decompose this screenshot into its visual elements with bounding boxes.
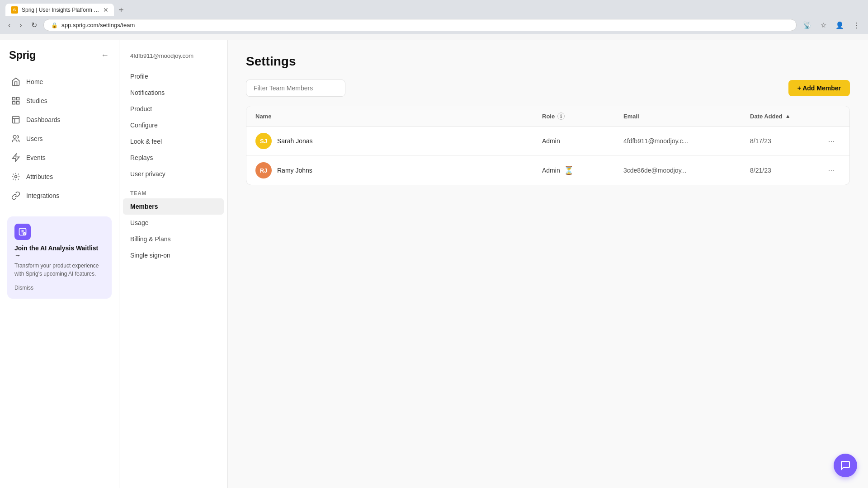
actions-cell-sarah: ··· bbox=[822, 135, 840, 148]
column-email-label: Email bbox=[623, 113, 639, 120]
settings-item-replays[interactable]: Replays bbox=[119, 150, 227, 166]
ai-card-description: Transform your product experience with S… bbox=[14, 262, 104, 278]
sidebar-item-events[interactable]: Events bbox=[5, 148, 113, 167]
settings-item-usage[interactable]: Usage bbox=[119, 215, 227, 231]
forward-button[interactable]: › bbox=[17, 19, 24, 31]
table-row: SJ Sarah Jonas Admin 4fdfb911@moodjoy.c.… bbox=[246, 127, 849, 156]
column-name-label: Name bbox=[255, 113, 271, 120]
table-row: RJ Ramy Johns Admin ⏳ 3cde86de@moodjoy..… bbox=[246, 156, 849, 185]
settings-item-user-privacy[interactable]: User privacy bbox=[119, 166, 227, 182]
settings-item-billing[interactable]: Billing & Plans bbox=[119, 231, 227, 247]
sidebar-item-attributes[interactable]: Attributes bbox=[5, 167, 113, 186]
member-name-ramy: Ramy Johns bbox=[277, 167, 312, 174]
close-tab-button[interactable]: ✕ bbox=[103, 6, 108, 14]
sidebar: Sprig ← Home Studies bbox=[0, 40, 119, 488]
sidebar-item-studies[interactable]: Studies bbox=[5, 91, 113, 110]
date-cell-sarah: 8/17/23 bbox=[750, 137, 822, 145]
sidebar-item-dashboards-label: Dashboards bbox=[26, 116, 61, 123]
sidebar-item-dashboards[interactable]: Dashboards bbox=[5, 110, 113, 129]
column-date-label: Date Added bbox=[750, 113, 783, 120]
menu-button[interactable]: ⋮ bbox=[850, 19, 863, 31]
collapse-sidebar-button[interactable]: ← bbox=[100, 50, 110, 61]
add-member-button[interactable]: + Add Member bbox=[788, 80, 850, 96]
settings-user-email: 4fdfb911@moodjoy.com bbox=[119, 47, 227, 65]
tab-bar: S Sprig | User Insights Platform for... … bbox=[0, 0, 868, 16]
member-cell-ramy: RJ Ramy Johns bbox=[255, 162, 542, 178]
bookmark-button[interactable]: ☆ bbox=[818, 19, 829, 31]
new-tab-button[interactable]: + bbox=[116, 4, 127, 16]
tab-favicon: S bbox=[11, 6, 18, 14]
sidebar-item-integrations[interactable]: Integrations bbox=[5, 186, 113, 205]
column-actions bbox=[822, 113, 840, 120]
role-cell-ramy: Admin ⏳ bbox=[542, 165, 623, 175]
events-icon bbox=[11, 153, 21, 163]
chat-button[interactable] bbox=[834, 454, 857, 477]
column-name: Name bbox=[255, 113, 542, 120]
member-name-sarah: Sarah Jonas bbox=[277, 137, 313, 145]
svg-point-7 bbox=[13, 136, 16, 139]
role-ramy: Admin bbox=[542, 167, 560, 174]
studies-icon bbox=[11, 96, 21, 106]
settings-item-look-feel[interactable]: Look & feel bbox=[119, 133, 227, 150]
email-cell-ramy: 3cde86de@moodjoy... bbox=[623, 167, 750, 174]
role-cell-sarah: Admin bbox=[542, 137, 623, 145]
logo: Sprig bbox=[9, 49, 36, 61]
more-options-sarah[interactable]: ··· bbox=[824, 135, 838, 148]
more-options-ramy[interactable]: ··· bbox=[824, 164, 838, 177]
table-header: Name Role ℹ Email Date Added ▲ bbox=[246, 106, 849, 127]
users-icon bbox=[11, 134, 21, 144]
sidebar-header: Sprig ← bbox=[0, 40, 119, 69]
settings-item-sso[interactable]: Single sign-on bbox=[119, 247, 227, 263]
role-info-icon[interactable]: ℹ bbox=[557, 113, 565, 120]
ai-card-dismiss-button[interactable]: Dismiss bbox=[14, 285, 33, 291]
sidebar-scroll: Sprig ← Home Studies bbox=[0, 40, 119, 209]
svg-rect-2 bbox=[13, 102, 15, 104]
cast-button[interactable]: 📡 bbox=[800, 19, 814, 31]
filter-input[interactable] bbox=[246, 80, 345, 97]
settings-item-product[interactable]: Product bbox=[119, 101, 227, 117]
profile-button[interactable]: 👤 bbox=[833, 19, 847, 31]
ai-card-title[interactable]: Join the AI Analysis Waitlist → bbox=[14, 244, 104, 259]
svg-rect-3 bbox=[17, 102, 19, 104]
svg-rect-4 bbox=[13, 117, 19, 123]
sidebar-footer: Join the AI Analysis Waitlist → Transfor… bbox=[0, 209, 119, 306]
column-role: Role ℹ bbox=[542, 113, 623, 120]
ai-card: Join the AI Analysis Waitlist → Transfor… bbox=[7, 216, 112, 299]
members-table: Name Role ℹ Email Date Added ▲ SJ bbox=[246, 106, 850, 185]
team-section-label: Team bbox=[119, 186, 227, 198]
integrations-icon bbox=[11, 191, 21, 201]
browser-chrome: S Sprig | User Insights Platform for... … bbox=[0, 0, 868, 34]
settings-item-members[interactable]: Members bbox=[123, 198, 224, 215]
settings-item-profile[interactable]: Profile bbox=[119, 68, 227, 84]
dashboards-icon bbox=[11, 115, 21, 125]
tab-title: Sprig | User Insights Platform for... bbox=[22, 7, 99, 13]
actions-cell-ramy: ··· bbox=[822, 164, 840, 177]
active-tab[interactable]: S Sprig | User Insights Platform for... … bbox=[5, 4, 114, 16]
svg-marker-8 bbox=[13, 154, 19, 162]
sidebar-item-studies-label: Studies bbox=[26, 97, 47, 104]
sidebar-nav: Home Studies Dashboards bbox=[0, 69, 119, 209]
address-bar[interactable]: 🔒 app.sprig.com/settings/team bbox=[43, 19, 797, 31]
sidebar-item-users[interactable]: Users bbox=[5, 129, 113, 148]
avatar-sarah: SJ bbox=[255, 133, 272, 149]
role-sarah: Admin bbox=[542, 137, 560, 145]
member-cell-sarah: SJ Sarah Jonas bbox=[255, 133, 542, 149]
back-button[interactable]: ‹ bbox=[5, 19, 13, 31]
main-content: Settings + Add Member Name Role ℹ Email … bbox=[228, 40, 868, 488]
refresh-button[interactable]: ↻ bbox=[28, 19, 40, 31]
nav-bar: ‹ › ↻ 🔒 app.sprig.com/settings/team 📡 ☆ … bbox=[0, 16, 868, 34]
content-toolbar: + Add Member bbox=[246, 80, 850, 97]
home-icon bbox=[11, 77, 21, 87]
sidebar-item-home[interactable]: Home bbox=[5, 72, 113, 91]
page-title: Settings bbox=[246, 54, 850, 69]
column-date-added[interactable]: Date Added ▲ bbox=[750, 113, 822, 120]
lock-icon: 🔒 bbox=[51, 22, 58, 28]
avatar-ramy: RJ bbox=[255, 162, 272, 178]
settings-item-notifications[interactable]: Notifications bbox=[119, 84, 227, 101]
sidebar-item-integrations-label: Integrations bbox=[26, 192, 59, 199]
settings-item-configure[interactable]: Configure bbox=[119, 117, 227, 133]
ai-card-icon bbox=[14, 224, 31, 240]
svg-rect-0 bbox=[13, 98, 15, 100]
pending-icon: ⏳ bbox=[564, 165, 574, 175]
attributes-icon bbox=[11, 172, 21, 182]
